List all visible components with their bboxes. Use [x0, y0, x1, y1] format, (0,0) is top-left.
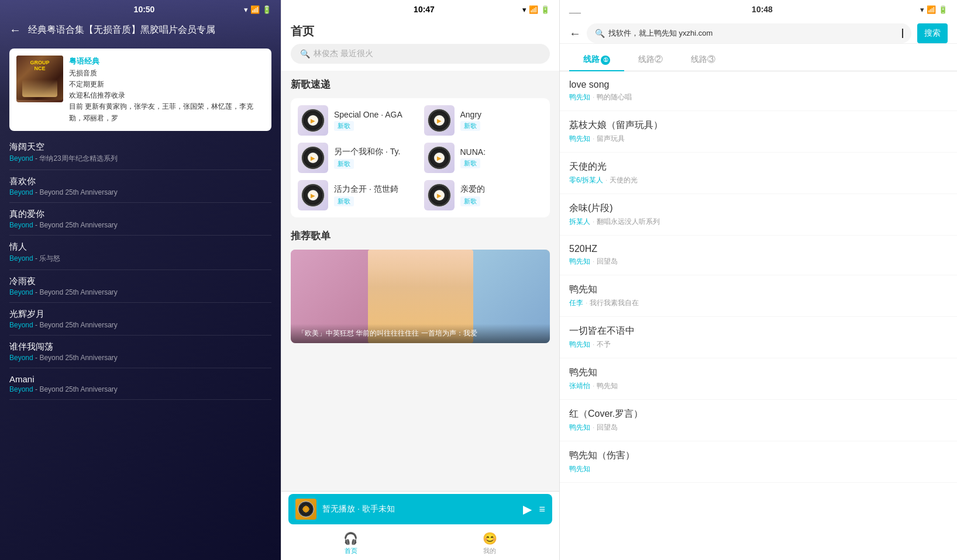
- home-title: 首页: [291, 23, 550, 39]
- list-item[interactable]: ▶ 亲爱的 新歌: [424, 180, 543, 210]
- list-item[interactable]: ▶ NUNA: 新歌: [424, 143, 543, 173]
- song-title: Amani: [9, 374, 271, 384]
- battery-icon: 🔋: [262, 5, 271, 14]
- song-info: Angry 新歌: [460, 110, 543, 131]
- list-item[interactable]: 余味(片段) 拆某人·翻唱永远没人听系列: [560, 194, 957, 236]
- status-time-panel3: 10:48: [752, 5, 773, 14]
- status-bar-panel3: ___ 10:48 ▾ 📶 🔋: [560, 0, 957, 19]
- song-name: 另一个我和你 · Ty.: [334, 147, 417, 157]
- list-item[interactable]: 鸭先知 张靖怡·鸭先知: [560, 358, 957, 400]
- play-button[interactable]: ▶: [434, 115, 445, 126]
- list-item[interactable]: 谁伴我闯荡 Beyond - Beyond 25th Anniversary: [9, 336, 271, 368]
- song-name: 活力全开 · 范世錡: [334, 184, 417, 195]
- song-artist: Beyond - Beyond 25th Anniversary: [9, 354, 271, 362]
- play-pause-button[interactable]: ▶: [523, 502, 532, 516]
- song-title: 情人: [9, 241, 271, 253]
- song-cover: ▶: [424, 143, 455, 173]
- song-info: 另一个我和你 · Ty. 新歌: [334, 147, 417, 169]
- playlist-button[interactable]: ≡: [539, 503, 545, 516]
- tab-route3-label: 线路: [691, 54, 707, 64]
- list-item[interactable]: 海阔天空 Beyond - 华纳23周年纪念精选系列: [9, 136, 271, 170]
- song-artist: Beyond - 华纳23周年纪念精选系列: [9, 154, 271, 164]
- recommended-section: 推荐歌单 「欧美」中英狂怼 华前的叫往往往住往 一首培为声：我爱: [291, 229, 550, 343]
- search-button[interactable]: 搜索: [917, 23, 948, 43]
- nav-mine[interactable]: 😊 我的: [483, 531, 497, 555]
- back-button-panel1[interactable]: ←: [9, 23, 21, 37]
- result-title: 一切皆在不语中: [569, 325, 948, 337]
- tab-route2[interactable]: 线路②: [624, 49, 677, 71]
- search-input[interactable]: 找软件，就上鸭先知 yxzhi.com: [608, 28, 899, 39]
- status-time-panel2: 10:47: [414, 5, 435, 14]
- now-playing-bar[interactable]: 暂无播放 · 歌手未知 ▶ ≡: [288, 494, 552, 524]
- album-info-card: GROUPNCE 粤语经典 无损音质 不定期更新 欢迎私信推荐收录 目前 更新有…: [9, 49, 271, 131]
- list-item[interactable]: 520HZ 鸭先知·回望岛: [560, 236, 957, 275]
- back-button-panel3[interactable]: ←: [569, 27, 581, 40]
- list-item[interactable]: 情人 Beyond - 乐与怒: [9, 236, 271, 270]
- tab-badge: ①: [601, 56, 610, 65]
- now-playing-title: 暂无播放 · 歌手未知: [322, 504, 517, 514]
- panel3-header: ← 🔍 找软件，就上鸭先知 yxzhi.com 搜索: [560, 19, 957, 44]
- nav-home[interactable]: 🎧 首页: [343, 531, 358, 555]
- search-icon: 🔍: [300, 49, 310, 58]
- result-sub: 鸭先知·回望岛: [569, 423, 948, 433]
- song-name: 亲爱的: [460, 184, 543, 195]
- result-title: 鸭先知: [569, 367, 948, 379]
- tab-route3[interactable]: 线路③: [677, 49, 729, 71]
- result-title: 余味(片段): [569, 202, 948, 215]
- new-badge: 新歌: [460, 121, 480, 131]
- song-info: Special One · AGA 新歌: [334, 110, 417, 131]
- album-note: 欢迎私信推荐收录: [69, 90, 264, 101]
- home-nav-label: 首页: [345, 547, 357, 555]
- play-button[interactable]: ▶: [308, 115, 318, 126]
- playlist-image[interactable]: 「欧美」中英狂怼 华前的叫往往往住往 一首培为声：我爱: [291, 250, 550, 343]
- panel2-content: 新歌速递 ▶ Special One · AGA 新歌 ▶ An: [281, 71, 559, 491]
- play-button[interactable]: ▶: [434, 153, 445, 163]
- status-icons-panel3: ▾ 📶 🔋: [920, 5, 948, 14]
- recommended-title: 推荐歌单: [291, 229, 550, 243]
- battery-icon-p3: 🔋: [938, 5, 948, 14]
- mine-nav-label: 我的: [483, 547, 496, 555]
- list-item[interactable]: ▶ 另一个我和你 · Ty. 新歌: [298, 143, 417, 173]
- tab-route1[interactable]: 线路①: [569, 49, 624, 71]
- song-title: 冷雨夜: [9, 276, 271, 287]
- list-item[interactable]: 喜欢你 Beyond - Beyond 25th Anniversary: [9, 170, 271, 203]
- list-item[interactable]: 红（Cover.罗言） 鸭先知·回望岛: [560, 400, 957, 441]
- panel1-header: ← 经典粤语合集【无损音质】黑胶唱片会员专属: [0, 19, 281, 44]
- list-item[interactable]: ▶ Angry 新歌: [424, 105, 543, 136]
- list-item[interactable]: ▶ 活力全开 · 范世錡 新歌: [298, 180, 417, 210]
- song-title: 海阔天空: [9, 141, 271, 153]
- search-bar[interactable]: 🔍 林俊杰 最近很火: [291, 44, 550, 64]
- panel-music-library: 10:50 ▾ 📶 🔋 ← 经典粤语合集【无损音质】黑胶唱片会员专属 GROUP…: [0, 0, 281, 560]
- list-item[interactable]: 冷雨夜 Beyond - Beyond 25th Anniversary: [9, 270, 271, 303]
- new-badge: 新歌: [460, 158, 480, 168]
- battery-icon-p2: 🔋: [541, 5, 550, 14]
- album-desc: 目前 更新有黄家驹，张学友，王菲，张国荣，林忆莲，李克勤，邓丽君，罗: [69, 101, 264, 123]
- play-button[interactable]: ▶: [308, 153, 318, 163]
- song-artist: Beyond - Beyond 25th Anniversary: [9, 385, 271, 393]
- album-tag: 粤语经典: [69, 56, 264, 68]
- song-artist: Beyond - Beyond 25th Anniversary: [9, 321, 271, 329]
- result-title: 520HZ: [569, 244, 948, 254]
- list-item[interactable]: Amani Beyond - Beyond 25th Anniversary: [9, 368, 271, 400]
- signal-icon-p2: 📶: [529, 5, 538, 14]
- tab-route2-label: 线路: [638, 54, 655, 64]
- route-tabs: 线路① 线路② 线路③: [560, 49, 957, 71]
- play-button[interactable]: ▶: [434, 190, 445, 201]
- list-item[interactable]: 天使的光 零6/拆某人·天使的光: [560, 153, 957, 194]
- new-songs-title: 新歌速递: [291, 78, 550, 91]
- list-item[interactable]: love song 鸭先知·鸭的随心唱: [560, 71, 957, 111]
- list-item[interactable]: 真的爱你 Beyond - Beyond 25th Anniversary: [9, 203, 271, 236]
- list-item[interactable]: 鸭先知（伤害） 鸭先知: [560, 441, 957, 483]
- result-sub: 鸭先知·不予: [569, 340, 948, 350]
- list-item[interactable]: 光辉岁月 Beyond - Beyond 25th Anniversary: [9, 303, 271, 336]
- list-item[interactable]: ▶ Special One · AGA 新歌: [298, 105, 417, 136]
- search-icon-p3: 🔍: [595, 29, 605, 38]
- song-info: NUNA: 新歌: [460, 147, 543, 168]
- list-item[interactable]: 鸭先知 任李·我行我素我自在: [560, 275, 957, 317]
- list-item[interactable]: 荔枝大娘（留声玩具） 鸭先知·留声玩具: [560, 111, 957, 153]
- list-item[interactable]: 一切皆在不语中 鸭先知·不予: [560, 317, 957, 358]
- song-name: NUNA:: [460, 147, 543, 157]
- play-button[interactable]: ▶: [308, 190, 318, 201]
- song-artist: Beyond - Beyond 25th Anniversary: [9, 221, 271, 229]
- bottom-navigation: 🎧 首页 😊 我的: [281, 529, 559, 558]
